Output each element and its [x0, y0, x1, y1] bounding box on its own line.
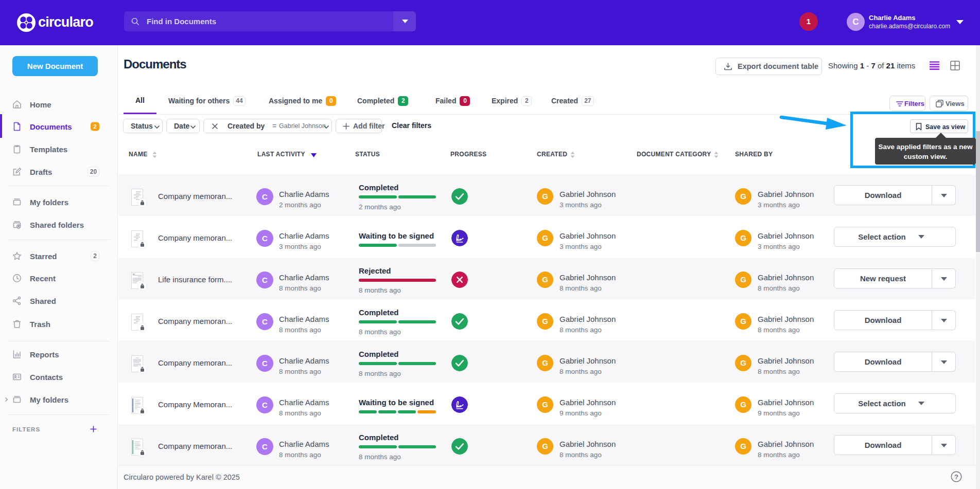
svg-text:?: ?	[954, 473, 958, 481]
